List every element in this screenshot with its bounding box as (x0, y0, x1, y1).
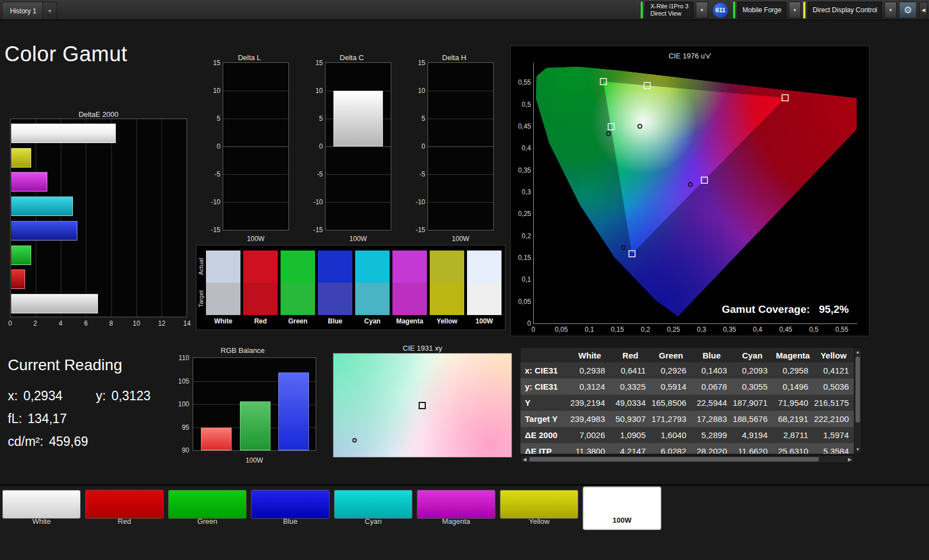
swatch-column-label: White (214, 317, 233, 325)
pattern-button-red[interactable]: Red (85, 487, 164, 530)
swatch-column-label: 100W (475, 317, 493, 325)
delta-gridline (428, 174, 493, 175)
swatch-actual-yellow (430, 250, 464, 283)
delta-xlabel: 100W (325, 235, 391, 243)
meter-selector[interactable]: X-Rite i1Pro 3 Direct View (645, 2, 693, 18)
delta-gridline (223, 146, 288, 147)
display-dropdown-button[interactable]: ▼ (884, 2, 897, 18)
results-cell: 0,2093 (732, 366, 773, 375)
rgb-ytick-label: 95 (182, 424, 189, 431)
delta-xlabel: 100W (427, 235, 494, 243)
results-row-5[interactable]: ΔE 20007,00261,09051,60405,28994,91942,8… (520, 427, 854, 443)
meter-name: X-Rite i1Pro 3 (650, 3, 688, 10)
cie1976-xtick-label: 0,1 (584, 326, 594, 333)
delta-plot (223, 62, 289, 230)
cie1976-xtick-label: 0,3 (697, 326, 706, 333)
plus-icon: + (48, 7, 52, 15)
swatch-column-label: Green (288, 317, 308, 325)
x-value: 0,2934 (23, 389, 62, 404)
cie1976-xtick-label: 0,05 (555, 326, 568, 333)
results-cell: 11,6620 (732, 446, 773, 454)
settings-button[interactable]: ⚙ (899, 2, 917, 18)
results-cell: 0,1403 (691, 366, 732, 375)
cie1976-ytick-label: 0,35 (513, 166, 531, 174)
delta-gridline (223, 119, 288, 119)
display-control-selector[interactable]: Direct Display Control (808, 2, 882, 18)
delta-ytick-label: -5 (419, 170, 425, 178)
deltae-xtick-label: 8 (109, 320, 113, 327)
scroll-left-icon[interactable]: ◀ (521, 456, 528, 463)
cie1976-xtick-label: 0,5 (809, 326, 819, 333)
results-column-red: Red (610, 351, 651, 360)
results-cell: 49,0334 (610, 398, 651, 407)
vscroll-thumb[interactable] (856, 357, 860, 423)
hscroll-thumb[interactable] (529, 457, 819, 461)
tab-history-1[interactable]: History 1 (2, 2, 45, 19)
cie1976-xtick-label: 0,45 (779, 326, 792, 333)
pattern-button-magenta[interactable]: Magenta (417, 487, 495, 530)
rgb-bar-green (240, 401, 271, 450)
results-cell: 0,2926 (651, 366, 691, 375)
scroll-right-icon[interactable]: ▶ (846, 456, 853, 463)
pattern-button-yellow[interactable]: Yellow (500, 487, 578, 530)
cie1976-ytick-label: 0,55 (513, 78, 531, 86)
chevron-down-icon: ▼ (700, 8, 704, 13)
chevron-down-icon: ▼ (793, 8, 797, 13)
cie1976-ytick-label: 0,5 (513, 101, 531, 109)
delta-ytick-label: -10 (211, 198, 220, 206)
pattern-button-green[interactable]: Green (168, 487, 247, 530)
results-row-1[interactable]: x: CIE310,29380,64110,29260,14030,20930,… (520, 362, 854, 379)
pattern-button-100w[interactable]: 100W (583, 487, 661, 530)
rgb-yticks: 1101051009590 (167, 346, 190, 464)
delta-ytick-label: -15 (211, 226, 220, 234)
collapse-panel-button[interactable]: ◀ (919, 2, 928, 18)
meter-dropdown-button[interactable]: ▼ (696, 2, 708, 18)
scroll-down-icon[interactable]: ▼ (854, 446, 861, 453)
cie1976-xtick-label: 0,35 (723, 326, 736, 333)
cie1976-xtick-label: 0,55 (835, 326, 848, 333)
table-vertical-scrollbar[interactable]: ▲ ▼ (854, 348, 862, 454)
rgb-xlabel: 100W (193, 456, 316, 464)
results-cell: 22,5944 (691, 398, 732, 407)
cie1976-x-axis (533, 323, 857, 324)
results-row-3[interactable]: Y239,219449,0334165,850622,5944187,90717… (520, 395, 854, 411)
delta-ytick-label: 5 (421, 115, 425, 122)
cie1931-title: CIE 1931 xy (333, 344, 512, 352)
swatch-column-label: Magenta (396, 317, 424, 325)
add-tab-button[interactable]: + (42, 2, 57, 19)
pattern-button-label: Red (85, 517, 164, 525)
deltae-bar-100w (11, 124, 116, 143)
results-cell: 188,5676 (732, 414, 773, 424)
source-selector[interactable]: Mobile Forge (738, 2, 787, 18)
results-cell: 25,6310 (773, 446, 813, 454)
pattern-button-cyan[interactable]: Cyan (334, 487, 412, 530)
cie1976-title: CIE 1976 u'v' (511, 52, 869, 60)
top-bar: History 1 + X-Rite i1Pro 3 Direct View ▼… (0, 0, 929, 20)
swatch-actual-blue (318, 250, 352, 283)
scroll-up-icon[interactable]: ▲ (854, 348, 861, 356)
actual-target-swatch-strip: Actual Target WhiteRedGreenBlueCyanMagen… (196, 245, 505, 330)
results-row-2[interactable]: y: CIE310,31240,33250,59140,06780,30550,… (520, 379, 854, 395)
results-row-label: y: CIE31 (520, 382, 569, 391)
results-cell: 0,3124 (569, 382, 610, 391)
reading-count: 611 (716, 7, 726, 13)
source-dropdown-button[interactable]: ▼ (789, 2, 801, 18)
deltae-bar-cyan (11, 197, 73, 216)
pattern-button-blue[interactable]: Blue (251, 487, 330, 530)
pattern-swatch (417, 490, 495, 519)
swatch-column-label: Cyan (364, 317, 380, 325)
results-row-6[interactable]: ΔE ITP11,38004,21476,028228,202011,66202… (520, 443, 854, 454)
results-cell: 165,8506 (651, 398, 691, 407)
rgb-balance-chart: RGB Balance 1101051009590 100W (167, 346, 318, 464)
pattern-button-white[interactable]: White (2, 487, 81, 530)
deltae-xtick-label: 6 (84, 320, 88, 327)
cie1976-xtick-label: 0 (532, 326, 535, 333)
results-row-4[interactable]: Target Y239,498350,9307171,279317,288318… (520, 411, 854, 427)
swatch-target-green (281, 283, 315, 315)
table-horizontal-scrollbar[interactable]: ◀ ▶ (520, 455, 854, 463)
results-cell: 17,2883 (691, 414, 732, 424)
deltae-xtick-label: 12 (158, 320, 165, 327)
pattern-swatch (2, 490, 81, 519)
cie1976-xtick-label: 0,15 (611, 326, 624, 333)
tab-history-label: History 1 (10, 7, 36, 15)
